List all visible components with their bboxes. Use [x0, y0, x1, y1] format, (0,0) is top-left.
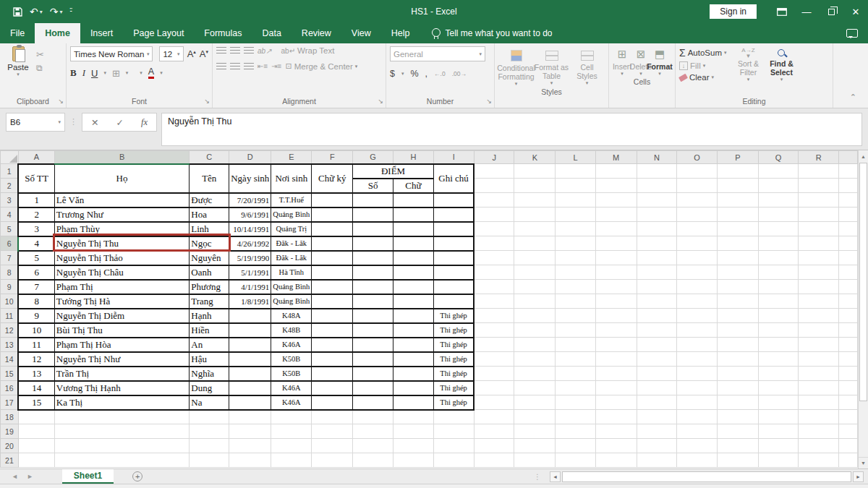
decrease-font-size-button[interactable]: A▾	[200, 48, 208, 59]
cell-P7[interactable]	[717, 251, 758, 265]
cell-E16[interactable]: K46A	[271, 381, 312, 395]
cell-M12[interactable]	[595, 323, 637, 338]
cell-S13[interactable]	[839, 338, 858, 352]
cell-L5[interactable]	[556, 222, 596, 236]
find-select-button[interactable]: Find & Select ▾	[764, 46, 799, 82]
cell-O13[interactable]	[677, 338, 718, 352]
cut-button[interactable]: ✂	[36, 49, 44, 60]
cell-O6[interactable]	[677, 236, 718, 251]
cell-O17[interactable]	[677, 395, 718, 410]
cell-A9[interactable]: 7	[18, 280, 54, 294]
row-header-6[interactable]: 6	[1, 236, 19, 251]
cell-C12[interactable]: Hiền	[190, 323, 229, 338]
cell-P1[interactable]	[717, 164, 758, 179]
cell-J13[interactable]	[474, 338, 514, 352]
cell-N16[interactable]	[637, 381, 677, 395]
cell-G14[interactable]	[353, 352, 393, 367]
cell-G16[interactable]	[353, 381, 393, 395]
decrease-indent-button[interactable]: ⇤≡	[258, 62, 268, 70]
cell-I4[interactable]	[433, 207, 474, 222]
cell-R18[interactable]	[799, 410, 839, 424]
cell-D11[interactable]	[229, 309, 271, 323]
cell-D14[interactable]	[229, 352, 271, 367]
delete-cells-button[interactable]: ⊠ Delete ▾	[631, 46, 650, 77]
cell-O1[interactable]	[677, 164, 718, 179]
tab-page-layout[interactable]: Page Layout	[123, 23, 194, 43]
cell-N3[interactable]	[637, 193, 677, 207]
cell-S19[interactable]	[839, 424, 858, 439]
accounting-format-button[interactable]: $	[390, 69, 395, 79]
cell-P19[interactable]	[717, 424, 758, 439]
cell-Q7[interactable]	[758, 251, 799, 265]
cell-G17[interactable]	[353, 395, 393, 410]
cell-P4[interactable]	[717, 207, 758, 222]
cell-J9[interactable]	[474, 280, 514, 294]
vertical-scroll-thumb[interactable]	[859, 163, 867, 401]
cell-H16[interactable]	[393, 381, 434, 395]
cell-B15[interactable]: Trần Thị	[54, 367, 189, 381]
cell-G18[interactable]	[353, 410, 393, 424]
cell-K19[interactable]	[514, 424, 556, 439]
cell-K4[interactable]	[514, 207, 556, 222]
align-right-icon[interactable]	[244, 63, 254, 70]
cell-P5[interactable]	[717, 222, 758, 236]
cell-I16[interactable]: Thi ghép	[433, 381, 474, 395]
cell-J6[interactable]	[474, 236, 514, 251]
cell-G9[interactable]	[353, 280, 393, 294]
cell-P20[interactable]	[717, 439, 758, 453]
cell-D12[interactable]	[229, 323, 271, 338]
cell-F10[interactable]	[312, 294, 353, 309]
format-as-table-button[interactable]: Format as Table ▾	[534, 46, 569, 87]
align-top-icon[interactable]	[216, 47, 226, 54]
cell-F14[interactable]	[312, 352, 353, 367]
cell-P10[interactable]	[717, 294, 758, 309]
tab-review[interactable]: Review	[292, 23, 341, 43]
align-left-icon[interactable]	[216, 63, 226, 70]
cell-G8[interactable]	[353, 265, 393, 280]
conditional-formatting-button[interactable]: Conditional Formatting ▾	[498, 46, 534, 87]
cell-C13[interactable]: An	[190, 338, 229, 352]
cell-J4[interactable]	[474, 207, 514, 222]
cell-Q9[interactable]	[758, 280, 799, 294]
cell-O21[interactable]	[677, 453, 718, 468]
cell-F15[interactable]	[312, 367, 353, 381]
cell-P14[interactable]	[717, 352, 758, 367]
cell-G10[interactable]	[353, 294, 393, 309]
cell-G15[interactable]	[353, 367, 393, 381]
cell-R8[interactable]	[799, 265, 839, 280]
cell-N5[interactable]	[637, 222, 677, 236]
cell-D15[interactable]	[229, 367, 271, 381]
cell-Q16[interactable]	[758, 381, 799, 395]
cell-J1[interactable]	[474, 164, 514, 179]
cell-F1[interactable]: Chữ ký	[312, 164, 353, 193]
cell-M18[interactable]	[595, 410, 637, 424]
cell-I12[interactable]: Thi ghép	[433, 323, 474, 338]
cell-N19[interactable]	[637, 424, 677, 439]
cell-F16[interactable]	[312, 381, 353, 395]
cell-M2[interactable]	[595, 179, 637, 193]
cell-P2[interactable]	[717, 179, 758, 193]
cell-J14[interactable]	[474, 352, 514, 367]
cell-J2[interactable]	[474, 179, 514, 193]
column-header-partial[interactable]	[839, 151, 858, 164]
cell-J8[interactable]	[474, 265, 514, 280]
cell-N15[interactable]	[637, 367, 677, 381]
cell-K7[interactable]	[514, 251, 556, 265]
cell-E7[interactable]: Đăk - Lăk	[271, 251, 312, 265]
cell-E4[interactable]: Quảng Bình	[271, 207, 312, 222]
column-header-I[interactable]: I	[433, 151, 474, 164]
column-header-C[interactable]: C	[190, 151, 229, 164]
cell-O7[interactable]	[677, 251, 718, 265]
cell-Q21[interactable]	[758, 453, 799, 468]
cell-J15[interactable]	[474, 367, 514, 381]
cell-M8[interactable]	[595, 265, 637, 280]
cell-B14[interactable]: Nguyễn Thị Như	[54, 352, 189, 367]
row-header-5[interactable]: 5	[1, 222, 19, 236]
cell-E14[interactable]: K50B	[271, 352, 312, 367]
cell-N20[interactable]	[637, 439, 677, 453]
align-middle-icon[interactable]	[230, 47, 240, 54]
cell-B16[interactable]: Vương Thị Hạnh	[54, 381, 189, 395]
cell-R20[interactable]	[799, 439, 839, 453]
cell-P16[interactable]	[717, 381, 758, 395]
tell-me-search[interactable]: Tell me what you want to do	[431, 23, 552, 43]
